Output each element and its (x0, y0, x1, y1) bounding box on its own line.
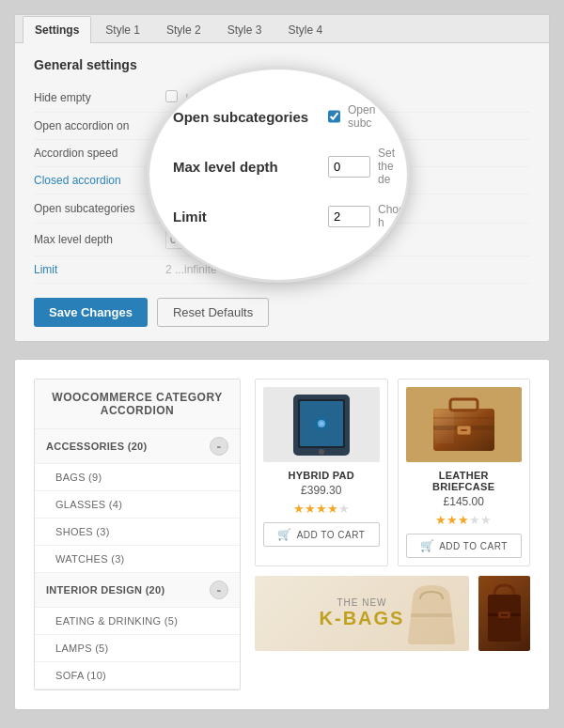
cart-icon-1: 🛒 (277, 528, 292, 541)
cat-shoes-label: SHOES (3) (55, 526, 110, 537)
magnifier-content: Open subcategories Open subc Max level d… (149, 85, 407, 265)
product-leather-briefcase-stars: ★★★★★ (406, 513, 523, 527)
products-area: HYBRID PAD £399.30 ★★★★★ 🛒 ADD TO CART (255, 379, 530, 690)
product-hybrid-pad: HYBRID PAD £399.30 ★★★★★ 🛒 ADD TO CART (255, 379, 388, 566)
cat-accessories-toggle[interactable]: - (210, 437, 228, 456)
cat-eating[interactable]: EATING & DRINKING (5) (35, 608, 240, 635)
label-limit: Limit (34, 263, 165, 276)
cat-watches[interactable]: WATCHES (3) (35, 546, 240, 573)
product-hybrid-pad-price: £399.30 (263, 484, 380, 497)
mag-label-max-level: Max level depth (173, 159, 328, 175)
banner-decoration (403, 581, 460, 649)
product-hybrid-pad-stars: ★★★★★ (263, 502, 380, 516)
product-hybrid-pad-image (263, 387, 380, 462)
svg-point-5 (320, 422, 323, 426)
cat-interior-toggle[interactable]: - (210, 581, 228, 599)
bottom-panel: WOOCOMMERCE CATEGORYACCORDION ACCESSORIE… (14, 359, 550, 710)
cat-glasses[interactable]: GLASSES (4) (35, 491, 240, 519)
cat-sofa[interactable]: SOFA (10) (35, 662, 240, 689)
tablet-svg (289, 390, 354, 460)
svg-point-6 (319, 449, 324, 455)
banner-text: THE NEW K-BAGS (320, 597, 405, 629)
buttons-row: Save Changes Reset Defaults (34, 293, 530, 327)
tab-settings[interactable]: Settings (23, 16, 91, 43)
label-max-level: Max level depth (34, 233, 165, 246)
cat-watches-label: WATCHES (3) (55, 553, 125, 565)
cat-eating-label: EATING & DRINKING (5) (55, 615, 178, 627)
banner-title: K-BAGS (320, 608, 405, 629)
banner-right (478, 576, 530, 651)
label-hide-empty: Hide empty (34, 91, 165, 104)
mag-row-open-subcategories: Open subcategories Open subc (173, 103, 384, 130)
products-top-row: HYBRID PAD £399.30 ★★★★★ 🛒 ADD TO CART (255, 379, 530, 566)
add-to-cart-label-1: ADD TO CART (297, 530, 366, 540)
product-leather-briefcase-image (406, 387, 523, 462)
briefcase-svg (424, 390, 504, 460)
mag-value-open-subcategories: Open subc (328, 103, 384, 130)
mag-label-open-subcategories: Open subcategories (173, 109, 328, 125)
mag-hint-max-level: Set the de (378, 147, 395, 186)
label-open-accordion: Open accordion on (34, 119, 165, 132)
cat-glasses-label: GLASSES (4) (55, 499, 122, 510)
product-leather-briefcase: LEATHERBRIEFCASE £145.00 ★★★★★ 🛒 ADD TO … (398, 379, 531, 566)
cat-bags[interactable]: BAGS (9) (35, 464, 240, 491)
product-leather-briefcase-price: £145.00 (406, 495, 523, 508)
svg-rect-19 (501, 614, 508, 616)
mag-checkbox-open-subcategories[interactable] (328, 109, 340, 124)
svg-rect-14 (435, 410, 454, 443)
cat-lamps-label: LAMPS (5) (55, 643, 109, 654)
cat-shoes[interactable]: SHOES (3) (35, 519, 240, 546)
mag-value-max-level: Set the de (328, 147, 395, 186)
mag-row-max-level: Max level depth Set the de (173, 147, 384, 186)
label-closed-accordion: Closed accordion (34, 174, 165, 187)
limit-val: 2 (165, 263, 172, 276)
save-changes-button[interactable]: Save Changes (34, 298, 148, 327)
cat-accessories-label: ACCESSORIES (20) (46, 441, 148, 452)
magnifier-overlay: Open subcategories Open subc Max level d… (147, 67, 410, 283)
bag-visual (478, 576, 530, 651)
tab-style1[interactable]: Style 1 (93, 16, 152, 43)
banner-row: THE NEW K-BAGS (255, 576, 530, 651)
cat-interior-label: INTERIOR DESIGN (20) (46, 584, 164, 596)
tab-style3[interactable]: Style 3 (215, 16, 274, 43)
tab-style2[interactable]: Style 2 (154, 16, 213, 43)
banner-subtitle: THE NEW (320, 597, 405, 608)
reset-defaults-button[interactable]: Reset Defaults (157, 298, 269, 327)
mag-input-max-level[interactable] (328, 156, 370, 178)
mag-hint-open-subcategories: Open subc (348, 103, 384, 130)
svg-rect-15 (411, 613, 452, 617)
mag-input-limit[interactable] (328, 206, 370, 227)
checkbox-hide-empty[interactable] (165, 90, 178, 102)
cart-icon-2: 🛒 (420, 539, 435, 552)
cat-accessories[interactable]: ACCESSORIES (20) - (35, 429, 240, 464)
add-to-cart-label-2: ADD TO CART (439, 541, 508, 551)
add-to-cart-leather-briefcase[interactable]: 🛒 ADD TO CART (406, 534, 523, 558)
label-accordion-speed: Accordion speed (34, 147, 165, 160)
mag-label-limit: Limit (173, 209, 328, 225)
cat-bags-label: BAGS (9) (55, 472, 102, 483)
label-open-subcategories: Open subcategories (34, 202, 165, 215)
product-hybrid-pad-name: HYBRID PAD (263, 470, 380, 481)
cat-lamps[interactable]: LAMPS (5) (35, 635, 240, 662)
settings-panel: Settings Style 1 Style 2 Style 3 Style 4… (14, 14, 550, 342)
product-leather-briefcase-name: LEATHERBRIEFCASE (406, 470, 523, 492)
category-accordion: WOOCOMMERCE CATEGORYACCORDION ACCESSORIE… (34, 379, 241, 690)
tabs-bar: Settings Style 1 Style 2 Style 3 Style 4 (15, 15, 549, 43)
mag-row-limit: Limit Choose h (173, 203, 384, 229)
accordion-title: WOOCOMMERCE CATEGORYACCORDION (35, 379, 240, 429)
cat-interior[interactable]: INTERIOR DESIGN (20) - (35, 573, 240, 608)
cat-sofa-label: SOFA (10) (55, 670, 106, 681)
banner-left: THE NEW K-BAGS (255, 576, 469, 651)
add-to-cart-hybrid-pad[interactable]: 🛒 ADD TO CART (263, 522, 380, 547)
tab-style4[interactable]: Style 4 (275, 16, 335, 43)
svg-rect-12 (461, 429, 467, 431)
